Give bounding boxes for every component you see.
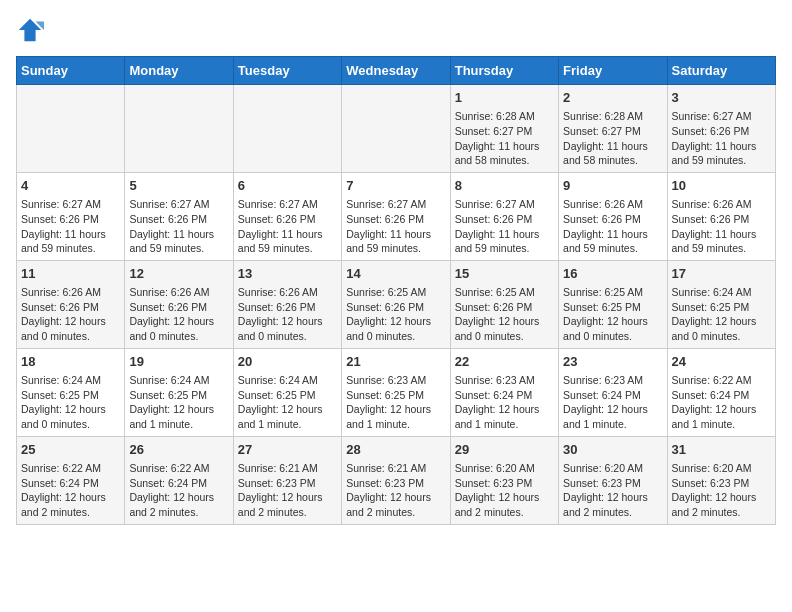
calendar-cell: 31Sunrise: 6:20 AM Sunset: 6:23 PM Dayli… [667, 436, 775, 524]
day-info: Sunrise: 6:21 AM Sunset: 6:23 PM Dayligh… [346, 461, 445, 520]
day-number: 27 [238, 441, 337, 459]
calendar-cell [125, 85, 233, 173]
day-number: 9 [563, 177, 662, 195]
week-row-2: 4Sunrise: 6:27 AM Sunset: 6:26 PM Daylig… [17, 172, 776, 260]
day-info: Sunrise: 6:27 AM Sunset: 6:26 PM Dayligh… [346, 197, 445, 256]
day-info: Sunrise: 6:27 AM Sunset: 6:26 PM Dayligh… [129, 197, 228, 256]
day-info: Sunrise: 6:25 AM Sunset: 6:26 PM Dayligh… [455, 285, 554, 344]
day-number: 20 [238, 353, 337, 371]
page-header [16, 16, 776, 44]
day-info: Sunrise: 6:22 AM Sunset: 6:24 PM Dayligh… [21, 461, 120, 520]
week-row-1: 1Sunrise: 6:28 AM Sunset: 6:27 PM Daylig… [17, 85, 776, 173]
calendar-cell: 27Sunrise: 6:21 AM Sunset: 6:23 PM Dayli… [233, 436, 341, 524]
day-number: 12 [129, 265, 228, 283]
calendar-table: SundayMondayTuesdayWednesdayThursdayFrid… [16, 56, 776, 525]
calendar-cell: 18Sunrise: 6:24 AM Sunset: 6:25 PM Dayli… [17, 348, 125, 436]
day-info: Sunrise: 6:26 AM Sunset: 6:26 PM Dayligh… [129, 285, 228, 344]
calendar-cell: 29Sunrise: 6:20 AM Sunset: 6:23 PM Dayli… [450, 436, 558, 524]
day-number: 11 [21, 265, 120, 283]
day-number: 31 [672, 441, 771, 459]
day-number: 21 [346, 353, 445, 371]
day-number: 5 [129, 177, 228, 195]
day-number: 23 [563, 353, 662, 371]
day-number: 2 [563, 89, 662, 107]
day-number: 6 [238, 177, 337, 195]
day-number: 15 [455, 265, 554, 283]
day-number: 4 [21, 177, 120, 195]
day-number: 8 [455, 177, 554, 195]
calendar-cell: 13Sunrise: 6:26 AM Sunset: 6:26 PM Dayli… [233, 260, 341, 348]
calendar-cell: 14Sunrise: 6:25 AM Sunset: 6:26 PM Dayli… [342, 260, 450, 348]
header-saturday: Saturday [667, 57, 775, 85]
day-number: 16 [563, 265, 662, 283]
calendar-cell: 21Sunrise: 6:23 AM Sunset: 6:25 PM Dayli… [342, 348, 450, 436]
day-number: 14 [346, 265, 445, 283]
header-tuesday: Tuesday [233, 57, 341, 85]
calendar-cell: 26Sunrise: 6:22 AM Sunset: 6:24 PM Dayli… [125, 436, 233, 524]
header-sunday: Sunday [17, 57, 125, 85]
day-number: 13 [238, 265, 337, 283]
calendar-cell: 3Sunrise: 6:27 AM Sunset: 6:26 PM Daylig… [667, 85, 775, 173]
day-info: Sunrise: 6:22 AM Sunset: 6:24 PM Dayligh… [129, 461, 228, 520]
day-info: Sunrise: 6:23 AM Sunset: 6:25 PM Dayligh… [346, 373, 445, 432]
day-info: Sunrise: 6:26 AM Sunset: 6:26 PM Dayligh… [21, 285, 120, 344]
day-info: Sunrise: 6:24 AM Sunset: 6:25 PM Dayligh… [672, 285, 771, 344]
day-info: Sunrise: 6:20 AM Sunset: 6:23 PM Dayligh… [563, 461, 662, 520]
day-info: Sunrise: 6:23 AM Sunset: 6:24 PM Dayligh… [455, 373, 554, 432]
calendar-cell: 28Sunrise: 6:21 AM Sunset: 6:23 PM Dayli… [342, 436, 450, 524]
calendar-cell: 23Sunrise: 6:23 AM Sunset: 6:24 PM Dayli… [559, 348, 667, 436]
day-info: Sunrise: 6:26 AM Sunset: 6:26 PM Dayligh… [672, 197, 771, 256]
calendar-cell: 25Sunrise: 6:22 AM Sunset: 6:24 PM Dayli… [17, 436, 125, 524]
day-info: Sunrise: 6:24 AM Sunset: 6:25 PM Dayligh… [238, 373, 337, 432]
header-friday: Friday [559, 57, 667, 85]
day-info: Sunrise: 6:22 AM Sunset: 6:24 PM Dayligh… [672, 373, 771, 432]
calendar-cell: 4Sunrise: 6:27 AM Sunset: 6:26 PM Daylig… [17, 172, 125, 260]
logo [16, 16, 48, 44]
calendar-cell: 22Sunrise: 6:23 AM Sunset: 6:24 PM Dayli… [450, 348, 558, 436]
day-info: Sunrise: 6:24 AM Sunset: 6:25 PM Dayligh… [21, 373, 120, 432]
day-number: 18 [21, 353, 120, 371]
day-info: Sunrise: 6:20 AM Sunset: 6:23 PM Dayligh… [455, 461, 554, 520]
calendar-cell: 30Sunrise: 6:20 AM Sunset: 6:23 PM Dayli… [559, 436, 667, 524]
header-monday: Monday [125, 57, 233, 85]
day-info: Sunrise: 6:20 AM Sunset: 6:23 PM Dayligh… [672, 461, 771, 520]
calendar-cell: 12Sunrise: 6:26 AM Sunset: 6:26 PM Dayli… [125, 260, 233, 348]
calendar-cell: 16Sunrise: 6:25 AM Sunset: 6:25 PM Dayli… [559, 260, 667, 348]
day-info: Sunrise: 6:21 AM Sunset: 6:23 PM Dayligh… [238, 461, 337, 520]
calendar-cell: 15Sunrise: 6:25 AM Sunset: 6:26 PM Dayli… [450, 260, 558, 348]
day-info: Sunrise: 6:27 AM Sunset: 6:26 PM Dayligh… [21, 197, 120, 256]
day-info: Sunrise: 6:28 AM Sunset: 6:27 PM Dayligh… [455, 109, 554, 168]
header-thursday: Thursday [450, 57, 558, 85]
day-number: 25 [21, 441, 120, 459]
day-info: Sunrise: 6:26 AM Sunset: 6:26 PM Dayligh… [563, 197, 662, 256]
calendar-cell: 17Sunrise: 6:24 AM Sunset: 6:25 PM Dayli… [667, 260, 775, 348]
calendar-cell: 24Sunrise: 6:22 AM Sunset: 6:24 PM Dayli… [667, 348, 775, 436]
day-info: Sunrise: 6:28 AM Sunset: 6:27 PM Dayligh… [563, 109, 662, 168]
day-number: 22 [455, 353, 554, 371]
calendar-cell: 11Sunrise: 6:26 AM Sunset: 6:26 PM Dayli… [17, 260, 125, 348]
calendar-cell: 20Sunrise: 6:24 AM Sunset: 6:25 PM Dayli… [233, 348, 341, 436]
calendar-cell [17, 85, 125, 173]
calendar-cell: 19Sunrise: 6:24 AM Sunset: 6:25 PM Dayli… [125, 348, 233, 436]
week-row-4: 18Sunrise: 6:24 AM Sunset: 6:25 PM Dayli… [17, 348, 776, 436]
calendar-cell: 7Sunrise: 6:27 AM Sunset: 6:26 PM Daylig… [342, 172, 450, 260]
calendar-cell: 8Sunrise: 6:27 AM Sunset: 6:26 PM Daylig… [450, 172, 558, 260]
calendar-cell: 10Sunrise: 6:26 AM Sunset: 6:26 PM Dayli… [667, 172, 775, 260]
day-number: 1 [455, 89, 554, 107]
calendar-cell: 6Sunrise: 6:27 AM Sunset: 6:26 PM Daylig… [233, 172, 341, 260]
day-info: Sunrise: 6:23 AM Sunset: 6:24 PM Dayligh… [563, 373, 662, 432]
day-info: Sunrise: 6:27 AM Sunset: 6:26 PM Dayligh… [238, 197, 337, 256]
day-number: 29 [455, 441, 554, 459]
calendar-cell: 5Sunrise: 6:27 AM Sunset: 6:26 PM Daylig… [125, 172, 233, 260]
day-number: 30 [563, 441, 662, 459]
day-info: Sunrise: 6:26 AM Sunset: 6:26 PM Dayligh… [238, 285, 337, 344]
header-wednesday: Wednesday [342, 57, 450, 85]
logo-icon [16, 16, 44, 44]
day-info: Sunrise: 6:25 AM Sunset: 6:25 PM Dayligh… [563, 285, 662, 344]
day-info: Sunrise: 6:25 AM Sunset: 6:26 PM Dayligh… [346, 285, 445, 344]
day-info: Sunrise: 6:24 AM Sunset: 6:25 PM Dayligh… [129, 373, 228, 432]
calendar-cell: 1Sunrise: 6:28 AM Sunset: 6:27 PM Daylig… [450, 85, 558, 173]
calendar-cell: 9Sunrise: 6:26 AM Sunset: 6:26 PM Daylig… [559, 172, 667, 260]
calendar-cell [233, 85, 341, 173]
day-number: 7 [346, 177, 445, 195]
